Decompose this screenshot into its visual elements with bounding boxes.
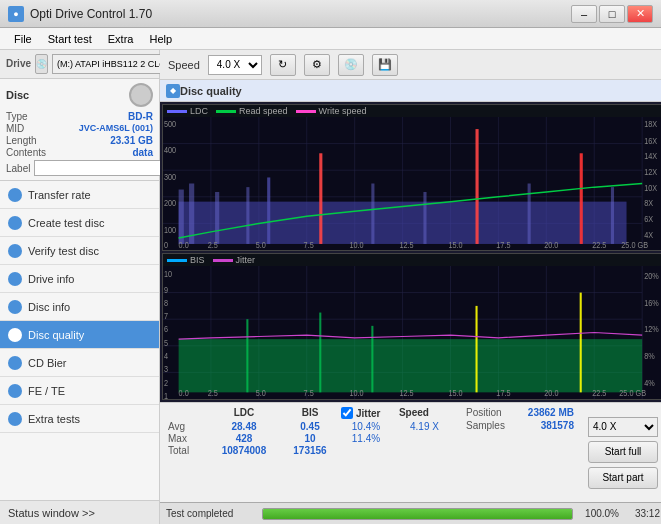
- disc-contents-key: Contents: [6, 147, 46, 158]
- drive-icon: 💿: [35, 54, 48, 74]
- stats-area: LDC BIS Jitter Speed Avg 28.48 0.45 10.4: [160, 402, 661, 502]
- action-buttons: 4.0 X Start full Start part: [580, 403, 661, 502]
- svg-text:17.5: 17.5: [496, 387, 510, 398]
- svg-rect-86: [371, 326, 373, 393]
- quality-area: ◆ Disc quality LDC Read speed: [160, 80, 661, 502]
- svg-rect-36: [371, 184, 374, 244]
- quality-icon: ◆: [166, 84, 180, 98]
- jitter-legend-label: Jitter: [236, 255, 256, 265]
- disc-mid-value: JVC-AMS6L (001): [79, 123, 153, 134]
- samples-value: 381578: [541, 420, 574, 431]
- jitter-label: Jitter: [356, 408, 380, 419]
- svg-rect-33: [246, 187, 249, 244]
- svg-text:10.0: 10.0: [349, 240, 364, 250]
- nav-drive-info[interactable]: Drive info: [0, 265, 159, 293]
- menu-start-test[interactable]: Start test: [40, 31, 100, 47]
- svg-text:14X: 14X: [644, 152, 658, 162]
- menu-help[interactable]: Help: [141, 31, 180, 47]
- top-chart-legend: LDC Read speed Write speed: [163, 105, 661, 117]
- svg-rect-87: [476, 306, 478, 392]
- speed-select[interactable]: 4.0 X: [208, 55, 262, 75]
- speed-action-dropdown[interactable]: 4.0 X: [588, 417, 658, 437]
- menu-file[interactable]: File: [6, 31, 40, 47]
- disc-button[interactable]: 💿: [338, 54, 364, 76]
- save-button[interactable]: 💾: [372, 54, 398, 76]
- bottom-chart-svg-container: 10 9 8 7 6 5 4 3 2 1 20% 16%: [163, 266, 661, 399]
- svg-text:7.5: 7.5: [304, 387, 314, 398]
- main-layout: Drive 💿 (M:) ATAPI iHBS112 2 CLok ⏏ Disc…: [0, 50, 661, 524]
- nav-verify-test-disc[interactable]: Verify test disc: [0, 237, 159, 265]
- speed-label: Speed: [168, 59, 200, 71]
- nav-icon-extra-tests: [8, 412, 22, 426]
- nav-transfer-rate[interactable]: Transfer rate: [0, 181, 159, 209]
- svg-rect-34: [267, 177, 270, 244]
- disc-section-title: Disc: [6, 89, 29, 101]
- nav-create-test-disc[interactable]: Create test disc: [0, 209, 159, 237]
- start-part-button[interactable]: Start part: [588, 467, 658, 489]
- svg-text:5.0: 5.0: [256, 387, 266, 398]
- write-speed-legend-label: Write speed: [319, 106, 367, 116]
- status-window-button[interactable]: Status window >>: [0, 500, 159, 524]
- content-area: Speed 4.0 X ↻ ⚙ 💿 💾 ◆ Disc quality: [160, 50, 661, 524]
- quality-title: Disc quality: [180, 85, 242, 97]
- disc-panel: Disc Type BD-R MID JVC-AMS6L (001) Lengt…: [0, 79, 159, 181]
- svg-text:25.0 GB: 25.0 GB: [619, 387, 646, 398]
- nav-cd-bier[interactable]: CD Bier: [0, 349, 159, 377]
- nav-disc-info[interactable]: Disc info: [0, 293, 159, 321]
- bis-legend-label: BIS: [190, 255, 205, 265]
- svg-text:18X: 18X: [644, 119, 658, 129]
- position-label: Position: [466, 407, 502, 418]
- nav-icon-disc-quality: [8, 328, 22, 342]
- svg-rect-85: [319, 313, 321, 393]
- svg-text:2: 2: [164, 377, 168, 388]
- title-bar: ● Opti Drive Control 1.70 – □ ✕: [0, 0, 661, 28]
- nav-extra-tests[interactable]: Extra tests: [0, 405, 159, 433]
- jitter-checkbox[interactable]: [341, 407, 353, 419]
- svg-rect-32: [215, 192, 219, 244]
- close-button[interactable]: ✕: [627, 5, 653, 23]
- disc-contents-value: data: [132, 147, 153, 158]
- svg-text:17.5: 17.5: [496, 240, 511, 250]
- nav-icon-verify-test-disc: [8, 244, 22, 258]
- svg-text:9: 9: [164, 284, 168, 295]
- bis-legend-color: [167, 259, 187, 262]
- svg-text:6: 6: [164, 324, 168, 335]
- svg-rect-38: [476, 129, 479, 244]
- refresh-button[interactable]: ↻: [270, 54, 296, 76]
- svg-text:7: 7: [164, 310, 168, 321]
- svg-text:300: 300: [164, 172, 177, 182]
- svg-text:15.0: 15.0: [448, 387, 462, 398]
- svg-text:10X: 10X: [644, 183, 658, 193]
- svg-text:2.5: 2.5: [208, 387, 218, 398]
- sidebar: Drive 💿 (M:) ATAPI iHBS112 2 CLok ⏏ Disc…: [0, 50, 160, 524]
- samples-label: Samples: [466, 420, 505, 431]
- settings-button[interactable]: ⚙: [304, 54, 330, 76]
- svg-text:10.0: 10.0: [349, 387, 363, 398]
- top-chart-svg-container: 500 400 300 200 100 0 18X 16X 14X 12X 10…: [163, 117, 661, 250]
- svg-text:500: 500: [164, 119, 177, 129]
- svg-rect-39: [528, 184, 531, 244]
- menu-extra[interactable]: Extra: [100, 31, 142, 47]
- start-full-button[interactable]: Start full: [588, 441, 658, 463]
- stats-table: LDC BIS Jitter Speed Avg 28.48 0.45 10.4: [160, 403, 460, 502]
- avg-jitter: 10.4%: [341, 421, 391, 432]
- nav-disc-quality[interactable]: Disc quality: [0, 321, 159, 349]
- maximize-button[interactable]: □: [599, 5, 625, 23]
- bottom-chart-svg: 10 9 8 7 6 5 4 3 2 1 20% 16%: [163, 266, 661, 399]
- status-window-label: Status window >>: [8, 507, 95, 519]
- read-speed-legend-color: [216, 110, 236, 113]
- progress-fill: [263, 509, 572, 519]
- svg-text:12.5: 12.5: [399, 387, 413, 398]
- read-speed-legend-label: Read speed: [239, 106, 288, 116]
- disc-graphic: [129, 83, 153, 107]
- disc-mid-key: MID: [6, 123, 24, 134]
- ldc-legend-color: [167, 110, 187, 113]
- disc-label-input[interactable]: [34, 160, 163, 176]
- avg-bis: 0.45: [285, 421, 335, 432]
- stats-col-header-bis: BIS: [285, 407, 335, 419]
- svg-text:12%: 12%: [644, 324, 659, 335]
- window-controls: – □ ✕: [571, 5, 653, 23]
- minimize-button[interactable]: –: [571, 5, 597, 23]
- svg-text:20%: 20%: [644, 270, 659, 281]
- nav-fe-te[interactable]: FE / TE: [0, 377, 159, 405]
